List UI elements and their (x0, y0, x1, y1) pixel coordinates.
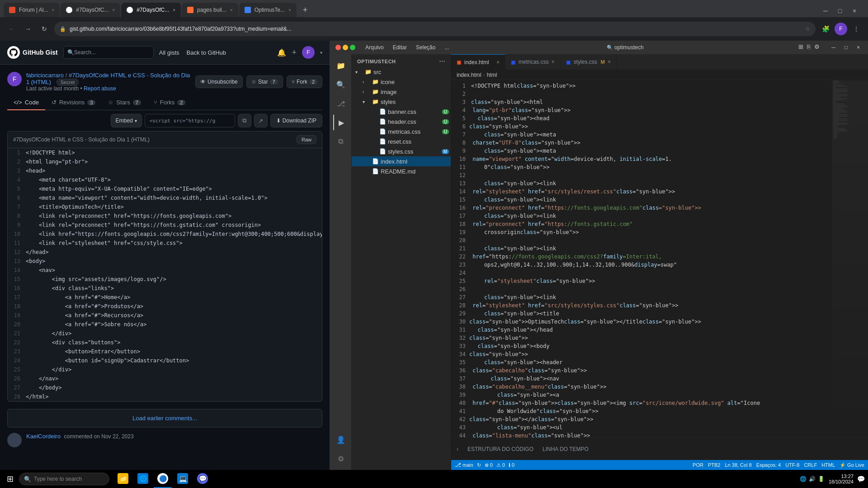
win-max[interactable]: □ (842, 43, 850, 52)
menu-arquivo[interactable]: Arquivo (363, 43, 387, 52)
keyboard-status[interactable]: PTB2 (708, 462, 721, 468)
activity-run[interactable]: ▶ (333, 115, 349, 130)
sidebar-tree-item[interactable]: 📄reset.css (352, 136, 451, 146)
warnings-status[interactable]: ⚠ 0 (496, 462, 505, 468)
tab-close-2[interactable]: × (112, 8, 115, 13)
tab-code[interactable]: </> Code (7, 95, 45, 110)
tab-close-index[interactable]: × (496, 59, 500, 66)
language-mode-status[interactable]: POR (693, 462, 703, 468)
split-icon[interactable]: ⎘ (807, 43, 811, 52)
load-comments-button[interactable]: Load earlier comments... (7, 409, 322, 427)
language-status[interactable]: HTML (821, 462, 835, 468)
sync-status[interactable]: ↻ (477, 462, 481, 468)
tray-network-icon[interactable]: 🌐 (800, 475, 807, 483)
embed-code-field[interactable]: <script src="https://g (145, 114, 235, 127)
sidebar-tree-item[interactable]: ›📁image (352, 87, 451, 97)
tab-close-1[interactable]: × (52, 8, 54, 13)
taskbar-search[interactable]: 🔍 Type here to search (19, 473, 109, 485)
embed-button[interactable]: Embed ▾ (111, 114, 142, 127)
close-dot[interactable] (335, 45, 341, 50)
taskbar-app-chrome[interactable]: 🔵 (154, 470, 172, 488)
sidebar-tree-item[interactable]: ›📁icone (352, 77, 451, 87)
menu-editar[interactable]: Editar (390, 43, 410, 52)
line-ending-status[interactable]: CRLF (804, 462, 817, 468)
encoding-status[interactable]: UTF-8 (785, 462, 799, 468)
activity-search[interactable]: 🔍 (333, 77, 349, 92)
start-button[interactable]: ⊞ (2, 471, 18, 487)
tab-close-5[interactable]: × (288, 8, 291, 13)
unsubscribe-button[interactable]: 👁 Unsubscribe (195, 75, 243, 88)
notification-center-icon[interactable]: 💬 (857, 475, 864, 483)
profile-button[interactable]: F (835, 23, 847, 35)
menu-selecao[interactable]: Seleção (413, 43, 438, 52)
tab-stars[interactable]: ☆ Stars 7 (102, 95, 147, 110)
sidebar-tree-item[interactable]: 📄styles.cssM (352, 146, 451, 156)
address-bar[interactable]: 🔒 gist.github.com/fabriciocarraro/03b6e8… (54, 22, 816, 36)
panel-timeline[interactable]: LINHA DO TEMPO (542, 446, 589, 452)
editor-tab-metricas-css[interactable]: ◼ metricas.css × (505, 54, 561, 70)
sidebar-tree-item[interactable]: ▾📁styles (352, 97, 451, 107)
info-status[interactable]: ℹ 0 (509, 462, 514, 468)
author-link[interactable]: fabriciocarraro (26, 72, 64, 79)
tab-close-styles[interactable]: × (608, 59, 611, 65)
back-button[interactable]: ← (5, 23, 18, 35)
editor-tab-index-html[interactable]: ◼ index.html × (451, 54, 505, 70)
all-gists-link[interactable]: All gists (159, 49, 179, 56)
taskbar-app-explorer[interactable]: 📁 (114, 470, 132, 488)
browser-tab-1[interactable]: Fórum | Al... × (4, 3, 60, 17)
taskbar-app-edge[interactable]: 🌐 (134, 470, 152, 488)
maximize-button[interactable]: □ (834, 5, 846, 17)
minimize-dot[interactable] (343, 45, 348, 50)
activity-settings[interactable]: ⚙ (333, 451, 349, 466)
sidebar-tree-item[interactable]: 📄banner.cssU (352, 107, 451, 117)
win-min[interactable]: ─ (829, 43, 838, 52)
tab-revisions[interactable]: ↺ Revisions 3 (45, 95, 102, 110)
tray-volume-icon[interactable]: 🔊 (809, 475, 816, 483)
sidebar-more-btn[interactable]: ⋯ (439, 58, 446, 65)
sidebar-tree-item[interactable]: ▾📁src (352, 67, 451, 77)
share-button[interactable]: ↗ (254, 114, 268, 127)
taskbar-clock[interactable]: 13:27 18/10/2024 (829, 474, 854, 484)
editor-tab-styles-css[interactable]: ◼ styles.css M × (561, 54, 617, 70)
forward-button[interactable]: → (22, 23, 34, 35)
browser-tab-4[interactable]: pages buil... × (182, 3, 238, 17)
sidebar-tree-item[interactable]: 📄README.md (352, 166, 451, 176)
tab-close-metricas[interactable]: × (552, 59, 555, 65)
activity-extensions[interactable]: ⧉ (333, 134, 349, 149)
activity-git[interactable]: ⎇ (333, 96, 349, 111)
position-status[interactable]: Ln 38, Col 8 (725, 462, 751, 468)
close-button[interactable]: × (848, 5, 861, 17)
layout-icon[interactable]: ⊞ (798, 43, 803, 52)
sidebar-tree-item[interactable]: 📄metricas.cssU (352, 127, 451, 136)
tab-close-4[interactable]: × (230, 8, 233, 13)
report-abuse-link[interactable]: Report abuse (84, 85, 116, 92)
sidebar-tree-item[interactable]: 📄header.cssU (352, 117, 451, 127)
github-search[interactable]: 🔍 Search... (63, 46, 154, 59)
new-tab-button[interactable]: + (297, 3, 312, 17)
download-zip-button[interactable]: ⬇ Download ZIP (270, 114, 322, 127)
activity-explorer[interactable]: 📁 (333, 58, 349, 73)
copy-button[interactable]: ⧉ (238, 114, 251, 127)
code-editor[interactable]: 1234567891011121314151617181920212223242… (451, 80, 868, 437)
sidebar-tree-item[interactable]: 📄index.html (352, 156, 451, 166)
taskbar-app-discord[interactable]: 💬 (193, 470, 212, 488)
browser-tab-3[interactable]: #7DaysOfC... × (121, 3, 181, 17)
commenter-name[interactable]: KaelCordeiro (26, 433, 61, 440)
menu-button[interactable]: ⋮ (850, 23, 863, 35)
panel-code-structure[interactable]: ESTRUTURA DO CÓDIGO (467, 446, 533, 452)
plus-icon[interactable]: + (292, 48, 297, 57)
tab-forks[interactable]: ⑂ Forks 2 (147, 95, 192, 110)
bookmark-icon[interactable]: ☆ (805, 26, 810, 32)
back-to-github-link[interactable]: Back to GitHub (187, 49, 226, 56)
reload-button[interactable]: ↻ (38, 23, 51, 35)
fork-button[interactable]: ⑂ Fork 2 (287, 75, 322, 88)
browser-tab-2[interactable]: #7DaysOfC... × (61, 3, 120, 17)
activity-account[interactable]: 👤 (333, 432, 349, 447)
tab-close-3[interactable]: × (173, 8, 175, 13)
menu-more[interactable]: ... (442, 43, 452, 52)
minimize-button[interactable]: ─ (819, 5, 832, 17)
settings-icon[interactable]: ⚙ (814, 43, 820, 52)
extensions-button[interactable]: 🧩 (819, 23, 832, 35)
win-close[interactable]: × (854, 43, 863, 52)
user-avatar[interactable]: F (302, 46, 315, 59)
